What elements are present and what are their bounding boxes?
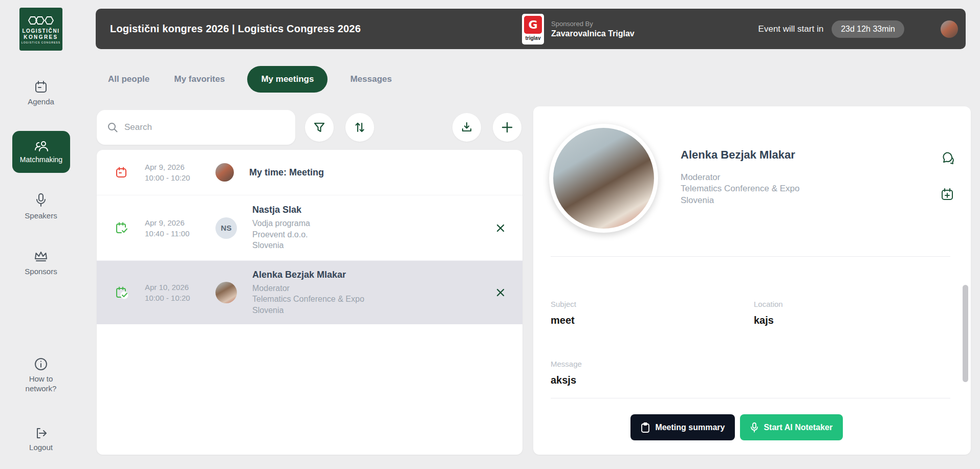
divider xyxy=(551,256,950,257)
add-to-calendar-button[interactable] xyxy=(940,187,955,203)
meeting-row[interactable]: Apr 9, 2026 10:40 - 11:00 NS Nastja Slak… xyxy=(97,195,522,261)
sort-icon xyxy=(354,121,366,133)
countdown-label: Event will start in xyxy=(758,24,824,34)
meeting-sub-org: Proevent d.o.o. xyxy=(252,229,493,240)
avatar-initials: NS xyxy=(215,217,237,239)
tab-all-people[interactable]: All people xyxy=(106,74,151,84)
sidebar-item-label: Matchmaking xyxy=(20,155,62,165)
header-bar: Logistični kongres 2026 | Logistics Cong… xyxy=(96,9,966,49)
meeting-sub-role: Vodja programa xyxy=(252,218,493,229)
triglav-logo: G triglav xyxy=(522,14,544,44)
logout-icon xyxy=(34,427,48,440)
field-label: Location xyxy=(754,300,783,308)
sponsored-by-label: Sponsored By xyxy=(551,20,635,28)
search-input[interactable] xyxy=(124,122,278,132)
meeting-date: Apr 9, 2026 xyxy=(145,218,201,227)
logo-line2: KONGRES xyxy=(24,34,58,40)
meeting-time: 10:00 - 10:20 xyxy=(145,294,201,302)
meeting-title: Alenka Bezjak Mlakar xyxy=(252,270,493,280)
field-location: Location kajs xyxy=(754,300,783,326)
field-value: meet xyxy=(551,315,576,326)
sidebar-item-label: Speakers xyxy=(25,211,57,221)
close-icon xyxy=(495,222,506,234)
scrollbar-thumb[interactable] xyxy=(963,285,968,382)
user-avatar[interactable] xyxy=(941,20,958,38)
mic-icon xyxy=(34,193,48,208)
field-message: Message aksjs xyxy=(551,360,582,386)
sidebar-item-logout[interactable]: Logout xyxy=(0,427,82,453)
search-box xyxy=(97,110,295,145)
clipboard-icon xyxy=(641,422,650,433)
add-meeting-button[interactable] xyxy=(493,113,521,142)
profile-name: Alenka Bezjak Mlakar xyxy=(681,148,795,162)
sponsor-block[interactable]: G triglav Sponsored By Zavarovalnica Tri… xyxy=(522,14,635,44)
field-value: aksjs xyxy=(551,374,582,386)
calendar-icon xyxy=(34,80,48,94)
event-logo[interactable]: LOGISTIČNI KONGRES LOGISTICS CONGRESS xyxy=(19,8,62,51)
tab-my-favorites[interactable]: My favorites xyxy=(172,74,227,84)
sidebar-item-speakers[interactable]: Speakers xyxy=(0,193,82,221)
tab-messages[interactable]: Messages xyxy=(348,74,394,84)
triglav-logo-word: triglav xyxy=(525,35,540,41)
cancel-meeting-button[interactable] xyxy=(493,285,508,300)
sidebar-item-matchmaking[interactable]: Matchmaking xyxy=(12,131,70,173)
tab-bar: All people My favorites My meetings Mess… xyxy=(106,64,394,94)
logo-line3: LOGISTICS CONGRESS xyxy=(21,41,60,44)
sidebar-item-label: How to network? xyxy=(15,374,67,394)
event-countdown: Event will start in 23d 12h 33min xyxy=(758,9,904,49)
crown-icon xyxy=(33,250,49,264)
sidebar-item-how-to-network[interactable]: How to network? xyxy=(0,357,82,394)
info-icon xyxy=(34,357,48,371)
sidebar-item-sponsors[interactable]: Sponsors xyxy=(0,250,82,277)
meeting-sub-country: Slovenia xyxy=(252,240,493,251)
calendar-plus-icon xyxy=(940,187,954,202)
divider xyxy=(551,398,950,398)
filter-icon xyxy=(313,121,325,133)
start-ai-notetaker-button[interactable]: Start AI Notetaker xyxy=(740,414,843,440)
calendar-check-green-icon xyxy=(115,286,128,299)
calendar-check-green-icon xyxy=(115,221,128,235)
meeting-date: Apr 10, 2026 xyxy=(145,283,201,292)
search-icon xyxy=(107,122,118,133)
page-title: Logistični kongres 2026 | Logistics Cong… xyxy=(110,23,361,35)
sort-button[interactable] xyxy=(345,113,374,142)
meetings-list: Apr 9, 2026 10:00 - 10:20 My time: Meeti… xyxy=(97,150,522,455)
meeting-title: Nastja Slak xyxy=(252,205,493,215)
countdown-value: 23d 12h 33min xyxy=(832,20,904,38)
meeting-time: 10:00 - 10:20 xyxy=(145,173,201,182)
app-root: LOGISTIČNI KONGRES LOGISTICS CONGRESS Ag… xyxy=(0,0,980,469)
download-button[interactable] xyxy=(452,113,481,142)
cancel-meeting-button[interactable] xyxy=(493,220,508,236)
triglav-logo-mark: G xyxy=(524,16,542,34)
meeting-row-selected[interactable]: Apr 10, 2026 10:00 - 10:20 Alenka Bezjak… xyxy=(97,261,522,324)
sidebar-item-label: Logout xyxy=(29,443,53,453)
meeting-time: 10:40 - 11:00 xyxy=(145,229,201,238)
logo-line1: LOGISTIČNI xyxy=(22,28,59,34)
field-subject: Subject meet xyxy=(551,300,576,326)
profile-avatar xyxy=(549,124,658,233)
chat-button[interactable] xyxy=(940,151,955,167)
close-icon xyxy=(495,287,506,298)
filter-button[interactable] xyxy=(305,113,334,142)
sidebar: LOGISTIČNI KONGRES LOGISTICS CONGRESS Ag… xyxy=(0,0,82,469)
calendar-red-icon xyxy=(115,166,128,178)
avatar xyxy=(215,282,237,303)
hexagons-logo-icon xyxy=(26,15,56,26)
field-value: kajs xyxy=(754,315,783,326)
sponsor-name: Zavarovalnica Triglav xyxy=(551,29,635,38)
people-icon xyxy=(34,140,49,153)
tab-my-meetings[interactable]: My meetings xyxy=(247,66,328,93)
sidebar-item-agenda[interactable]: Agenda xyxy=(0,80,82,107)
meeting-row[interactable]: Apr 9, 2026 10:00 - 10:20 My time: Meeti… xyxy=(97,150,522,195)
profile-org: Telematics Conference & Expo xyxy=(681,183,799,194)
chat-icon xyxy=(940,151,955,167)
meeting-sub-org: Telematics Conference & Expo xyxy=(252,294,493,305)
field-label: Message xyxy=(551,360,582,368)
avatar xyxy=(215,163,234,182)
meeting-date: Apr 9, 2026 xyxy=(145,163,201,171)
plus-icon xyxy=(500,121,514,134)
sidebar-item-label: Sponsors xyxy=(25,267,57,277)
profile-country: Slovenia xyxy=(681,195,799,206)
mic-icon xyxy=(750,422,758,433)
meeting-summary-button[interactable]: Meeting summary xyxy=(630,414,735,440)
